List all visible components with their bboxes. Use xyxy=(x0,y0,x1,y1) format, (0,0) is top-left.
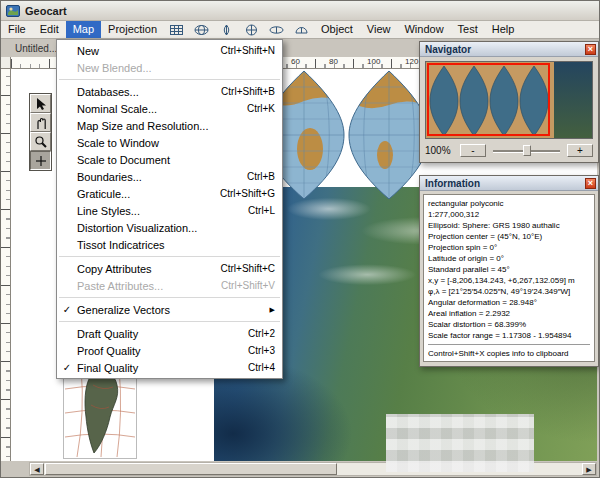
menu-item-map-size-and-resolution[interactable]: Map Size and Resolution... xyxy=(57,117,282,134)
ruler-number: 100 xyxy=(367,57,380,66)
info-line: Angular deformation = 28.948° xyxy=(428,297,590,308)
info-line: x,y = [-8,206,134.243, +6,267,132.059] m xyxy=(428,275,590,286)
menu-item-label: Boundaries... xyxy=(77,171,235,183)
information-palette: Information × rectangular polyconic 1:27… xyxy=(419,175,599,367)
menu-item-label: New Blended... xyxy=(77,62,263,74)
hand-icon xyxy=(34,116,48,130)
close-icon[interactable]: × xyxy=(585,178,596,189)
menu-item-paste-attributes: Paste Attributes...Ctrl+Shift+V xyxy=(57,277,282,294)
menu-item-databases[interactable]: Databases...Ctrl+Shift+B xyxy=(57,83,282,100)
close-icon[interactable]: × xyxy=(585,44,596,55)
ruler-number: 80 xyxy=(329,57,338,66)
menu-item-shortcut: Ctrl+K xyxy=(247,103,275,114)
menu-item-scale-to-window[interactable]: Scale to Window xyxy=(57,134,282,151)
menu-item-proof-quality[interactable]: Proof QualityCtrl+3 xyxy=(57,342,282,359)
zoom-slider[interactable] xyxy=(491,144,562,157)
zoom-out-button[interactable]: - xyxy=(460,144,486,157)
app-icon xyxy=(6,4,20,18)
menu-item-label: Generalize Vectors xyxy=(77,304,266,316)
titlebar[interactable]: Geocart xyxy=(1,1,599,21)
menu-item-nominal-scale[interactable]: Nominal Scale...Ctrl+K xyxy=(57,100,282,117)
ruler-number: 120 xyxy=(405,57,418,66)
information-title: Information xyxy=(425,178,480,189)
menu-item-generalize-vectors[interactable]: ✓Generalize Vectors▶ xyxy=(57,301,282,318)
menu-test[interactable]: Test xyxy=(451,21,485,38)
grid-icon[interactable] xyxy=(164,21,189,38)
info-line: 1:277,000,312 xyxy=(428,209,590,220)
menu-item-shortcut: Ctrl+Shift+G xyxy=(220,188,275,199)
ruler-number: 60 xyxy=(291,57,300,66)
menu-separator xyxy=(59,297,280,298)
view-rectangle[interactable] xyxy=(427,63,550,136)
zoom-level: 100% xyxy=(425,145,455,156)
window-title: Geocart xyxy=(25,5,67,17)
navigator-palette: Navigator × xyxy=(419,41,599,163)
geocart-window: Geocart File Edit Map Projection Object … xyxy=(0,0,600,478)
menu-item-tissot-indicatrices[interactable]: Tissot Indicatrices xyxy=(57,236,282,253)
navigator-titlebar[interactable]: Navigator × xyxy=(420,42,598,57)
menu-item-shortcut: Ctrl+Shift+C xyxy=(221,263,275,274)
scroll-right-button[interactable]: ▶ xyxy=(582,463,596,475)
menu-file[interactable]: File xyxy=(1,21,33,38)
menu-item-label: Copy Attributes xyxy=(77,263,209,275)
selection-tool[interactable] xyxy=(30,94,51,113)
navigator-title: Navigator xyxy=(425,44,471,55)
menu-item-scale-to-document[interactable]: Scale to Document xyxy=(57,151,282,168)
menu-help[interactable]: Help xyxy=(485,21,522,38)
menu-item-shortcut: Ctrl+B xyxy=(247,171,275,182)
info-line: Scalar distortion = 68.399% xyxy=(428,319,590,330)
zoom-slider-thumb[interactable] xyxy=(523,145,531,156)
hemisphere-projection-icon[interactable] xyxy=(289,21,314,38)
hand-tool[interactable] xyxy=(30,113,51,132)
menu-item-label: Graticule... xyxy=(77,188,208,200)
menu-item-label: Nominal Scale... xyxy=(77,103,235,115)
scroll-left-button[interactable]: ◀ xyxy=(30,463,44,475)
menu-item-new[interactable]: NewCtrl+Shift+N xyxy=(57,42,282,59)
menu-item-label: Draft Quality xyxy=(77,328,236,340)
menu-map[interactable]: Map xyxy=(66,21,101,38)
menu-edit[interactable]: Edit xyxy=(33,21,66,38)
magnifier-icon xyxy=(34,135,48,149)
sinusoidal-projection-icon[interactable] xyxy=(214,21,239,38)
menu-item-boundaries[interactable]: Boundaries...Ctrl+B xyxy=(57,168,282,185)
menu-item-label: Proof Quality xyxy=(77,345,236,357)
menu-item-graticule[interactable]: Graticule...Ctrl+Shift+G xyxy=(57,185,282,202)
crosshair-icon xyxy=(34,154,48,168)
menu-item-draft-quality[interactable]: Draft QualityCtrl+2 xyxy=(57,325,282,342)
menu-separator xyxy=(59,321,280,322)
info-line: Latitude of origin = 0° xyxy=(428,253,590,264)
navigator-controls: 100% - + xyxy=(425,143,593,158)
menu-item-shortcut: Ctrl+L xyxy=(248,205,275,216)
menu-window[interactable]: Window xyxy=(397,21,450,38)
arrow-cursor-icon xyxy=(34,97,47,111)
menu-item-final-quality[interactable]: ✓Final QualityCtrl+4 xyxy=(57,359,282,376)
info-line: Standard parallel = 45° xyxy=(428,264,590,275)
menu-item-distortion-visualization[interactable]: Distortion Visualization... xyxy=(57,219,282,236)
info-footer: Control+Shift+X copies info to clipboard xyxy=(428,348,590,359)
zoom-in-button[interactable]: + xyxy=(567,144,593,157)
menu-item-label: Distortion Visualization... xyxy=(77,222,263,234)
menu-item-line-styles[interactable]: Line Styles...Ctrl+L xyxy=(57,202,282,219)
info-line: Ellipsoid: Sphere: GRS 1980 authalic xyxy=(428,220,590,231)
menu-item-copy-attributes[interactable]: Copy AttributesCtrl+Shift+C xyxy=(57,260,282,277)
ellipse-projection-icon[interactable] xyxy=(189,21,214,38)
menu-projection[interactable]: Projection xyxy=(101,21,164,38)
zoom-tool[interactable] xyxy=(30,132,51,151)
oval-projection-icon[interactable] xyxy=(264,21,289,38)
azimuthal-projection-icon[interactable] xyxy=(239,21,264,38)
menu-item-label: New xyxy=(77,45,209,57)
south-america-map[interactable] xyxy=(63,365,137,459)
menu-object[interactable]: Object xyxy=(314,21,360,38)
navigator-thumbnail[interactable] xyxy=(425,61,593,139)
menu-item-label: Paste Attributes... xyxy=(77,280,209,292)
menu-item-label: Map Size and Resolution... xyxy=(77,120,263,132)
menu-item-shortcut: Ctrl+2 xyxy=(248,328,275,339)
information-titlebar[interactable]: Information × xyxy=(420,176,598,191)
crosshair-tool[interactable] xyxy=(30,151,51,170)
scrollbar-thumb[interactable] xyxy=(45,463,337,475)
navigator-body: 100% - + xyxy=(420,57,598,162)
menu-item-label: Scale to Window xyxy=(77,137,263,149)
vertical-ruler xyxy=(1,57,11,461)
menu-view[interactable]: View xyxy=(360,21,398,38)
info-line: Projection spin = 0° xyxy=(428,242,590,253)
